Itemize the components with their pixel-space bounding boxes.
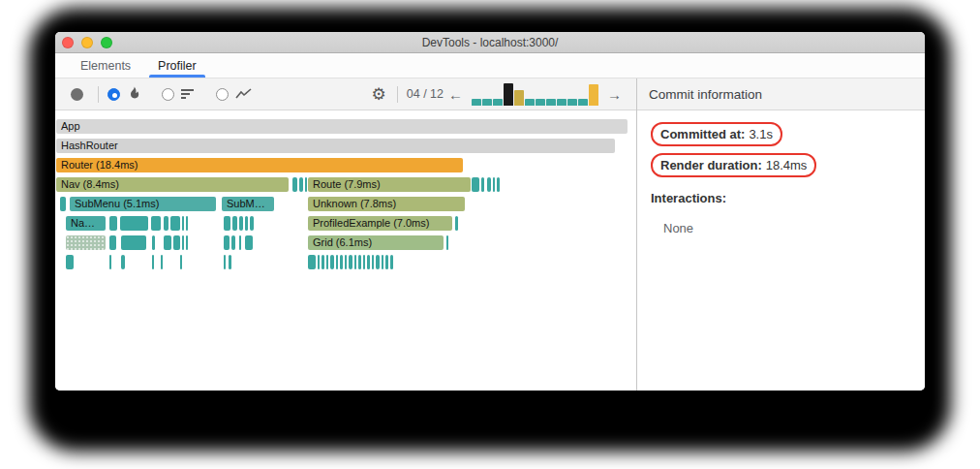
flame-bar[interactable] bbox=[151, 216, 161, 231]
flame-bar[interactable] bbox=[493, 177, 495, 192]
flame-bar[interactable] bbox=[308, 255, 316, 269]
flame-bar[interactable] bbox=[66, 235, 106, 250]
flame-bar[interactable] bbox=[60, 197, 66, 211]
flame-bar[interactable] bbox=[358, 255, 361, 269]
flame-bar[interactable] bbox=[121, 255, 125, 269]
flame-bar[interactable] bbox=[497, 177, 500, 192]
next-commit-button[interactable]: → bbox=[602, 87, 627, 102]
commit-bar[interactable] bbox=[589, 84, 598, 106]
commit-bar[interactable] bbox=[578, 99, 588, 106]
flame-bar[interactable] bbox=[455, 216, 458, 231]
flame-bar[interactable] bbox=[109, 235, 116, 250]
commit-bar[interactable] bbox=[546, 99, 556, 106]
flame-bar-unknown-7-8ms[interactable]: Unknown (7.8ms) bbox=[308, 197, 465, 211]
flame-bar[interactable] bbox=[322, 255, 324, 269]
flame-bar[interactable] bbox=[299, 177, 303, 192]
flame-bar[interactable] bbox=[164, 235, 171, 250]
flame-bar[interactable] bbox=[231, 235, 235, 250]
flame-bar[interactable] bbox=[245, 216, 248, 231]
commit-bar[interactable] bbox=[514, 90, 524, 106]
commit-bar[interactable] bbox=[525, 99, 535, 106]
flame-bar[interactable] bbox=[66, 255, 74, 269]
flame-bar[interactable] bbox=[390, 255, 393, 269]
title-bar[interactable]: DevTools - localhost:3000/ bbox=[55, 32, 925, 53]
flame-bar[interactable] bbox=[354, 255, 356, 269]
flame-bar[interactable] bbox=[382, 255, 383, 269]
commit-bar[interactable] bbox=[493, 99, 503, 106]
flame-bar[interactable] bbox=[224, 255, 226, 269]
minimize-button[interactable] bbox=[81, 37, 93, 48]
ranked-view-radio[interactable] bbox=[162, 88, 174, 101]
flame-bar-grid-6-1ms[interactable]: Grid (6.1ms) bbox=[308, 235, 444, 250]
flame-bar[interactable] bbox=[170, 216, 180, 231]
flame-bar[interactable] bbox=[182, 216, 184, 231]
flame-bar-subm[interactable]: SubM… bbox=[222, 197, 274, 211]
flame-bar[interactable] bbox=[224, 216, 230, 231]
flame-bar[interactable] bbox=[186, 216, 188, 231]
flame-bar[interactable] bbox=[180, 255, 182, 269]
flame-bar[interactable] bbox=[109, 255, 111, 269]
commit-bar[interactable] bbox=[557, 99, 567, 106]
flame-bar[interactable] bbox=[305, 177, 307, 192]
ranked-chart-icon[interactable] bbox=[181, 88, 195, 100]
flame-bar[interactable] bbox=[152, 235, 155, 250]
flame-bar[interactable] bbox=[239, 216, 243, 231]
flame-bar[interactable] bbox=[326, 255, 328, 269]
commit-bar[interactable] bbox=[536, 99, 545, 106]
flame-bar[interactable] bbox=[120, 216, 148, 231]
commit-bar[interactable] bbox=[472, 99, 481, 106]
flame-bar-profiledexample-7-0ms[interactable]: ProfiledExample (7.0ms) bbox=[308, 216, 452, 231]
flame-bar[interactable] bbox=[121, 235, 146, 250]
flame-bar[interactable] bbox=[161, 255, 163, 269]
flame-bar[interactable] bbox=[336, 255, 338, 269]
flame-bar-nav-8-4ms[interactable]: Nav (8.4ms) bbox=[56, 177, 289, 192]
flame-bar[interactable] bbox=[472, 177, 479, 192]
flame-bar[interactable] bbox=[330, 255, 334, 269]
prev-commit-button[interactable]: ← bbox=[444, 87, 468, 102]
flame-bar[interactable] bbox=[481, 177, 484, 192]
flame-bar[interactable] bbox=[173, 235, 180, 250]
flame-bar-hashrouter[interactable]: HashRouter bbox=[56, 139, 615, 153]
flame-bar[interactable] bbox=[385, 255, 388, 269]
commit-bar[interactable] bbox=[482, 99, 492, 106]
flame-bar[interactable] bbox=[487, 177, 491, 192]
flame-bar-na[interactable]: Na… bbox=[66, 216, 106, 231]
flame-bar[interactable] bbox=[376, 255, 380, 269]
flame-bar[interactable] bbox=[229, 255, 231, 269]
flame-bar[interactable] bbox=[239, 235, 241, 250]
flame-bar[interactable] bbox=[345, 255, 347, 269]
flame-bar[interactable] bbox=[182, 235, 184, 250]
tab-elements[interactable]: Elements bbox=[67, 53, 144, 78]
flame-bar[interactable] bbox=[340, 255, 343, 269]
tab-profiler[interactable]: Profiler bbox=[144, 53, 210, 78]
flame-bar[interactable] bbox=[367, 255, 370, 269]
line-chart-icon[interactable] bbox=[235, 88, 252, 100]
flamegraph-view-radio[interactable] bbox=[107, 88, 120, 101]
flame-bar[interactable] bbox=[372, 255, 374, 269]
flame-bar-submenu-5-1ms[interactable]: SubMenu (5.1ms) bbox=[70, 197, 216, 211]
flame-bar-router-18-4ms[interactable]: Router (18.4ms) bbox=[56, 158, 463, 172]
interactions-view-radio[interactable] bbox=[216, 88, 229, 101]
zoom-button[interactable] bbox=[101, 37, 112, 48]
flame-bar[interactable] bbox=[250, 216, 254, 231]
flame-bar[interactable] bbox=[232, 216, 237, 231]
flame-bar[interactable] bbox=[224, 235, 230, 250]
flame-bar-route-7-9ms[interactable]: Route (7.9ms) bbox=[308, 177, 471, 192]
flame-bar[interactable] bbox=[318, 255, 320, 269]
flame-bar[interactable] bbox=[109, 216, 117, 231]
flame-bar[interactable] bbox=[349, 255, 352, 269]
commit-selector-chart[interactable] bbox=[472, 82, 598, 106]
flame-bar[interactable] bbox=[292, 177, 297, 192]
flame-bar[interactable] bbox=[245, 235, 253, 250]
close-button[interactable] bbox=[62, 37, 74, 48]
flame-bar[interactable] bbox=[446, 235, 448, 250]
flame-bar[interactable] bbox=[164, 216, 168, 231]
settings-gear-icon[interactable]: ⚙ bbox=[372, 86, 386, 103]
flame-bar[interactable] bbox=[152, 255, 154, 269]
flame-bar[interactable] bbox=[363, 255, 365, 269]
commit-bar-selected[interactable] bbox=[504, 83, 513, 106]
flame-icon[interactable] bbox=[127, 86, 140, 102]
flame-bar-app[interactable]: App bbox=[56, 119, 628, 134]
commit-bar[interactable] bbox=[567, 99, 577, 106]
flame-bar[interactable] bbox=[186, 235, 188, 250]
